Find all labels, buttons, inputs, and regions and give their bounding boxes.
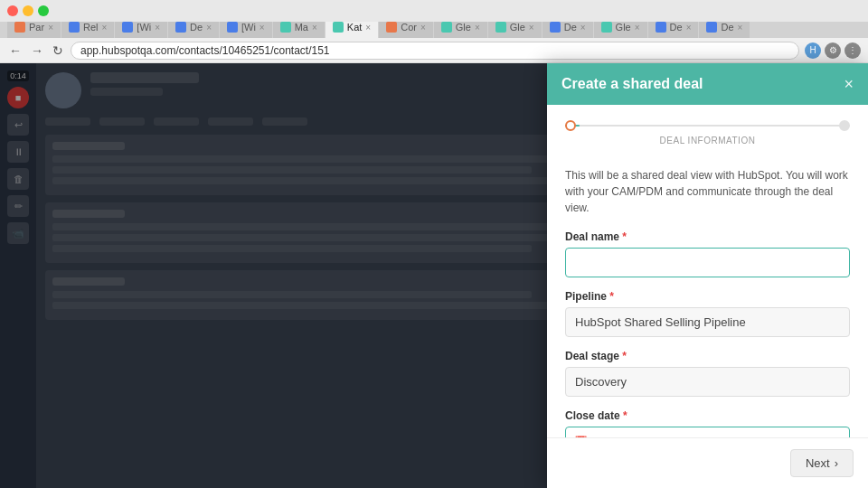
- progress-dots: [565, 120, 850, 131]
- title-bar: [0, 0, 868, 22]
- tab-favicon: [175, 22, 186, 33]
- tab-close-icon[interactable]: ×: [206, 23, 212, 33]
- tab-4[interactable]: [Wi ×: [220, 22, 272, 38]
- maximize-window-button[interactable]: [38, 5, 49, 16]
- tab-1[interactable]: Rel ×: [61, 22, 114, 38]
- main-content: 0:14 ■ ↩ ⏸ 🗑 ✏ 📹: [0, 63, 868, 488]
- deal-stage-input[interactable]: [565, 367, 850, 397]
- next-button[interactable]: Next ›: [790, 449, 854, 477]
- tab-favicon: [386, 22, 397, 33]
- tab-close-icon[interactable]: ×: [686, 23, 692, 33]
- tab-favicon: [441, 22, 452, 33]
- next-arrow-icon: ›: [835, 456, 838, 470]
- tabs-bar: Par × Rel × [Wi × De × [Wi × Ma ×: [0, 22, 868, 38]
- tab-close-icon[interactable]: ×: [155, 23, 160, 33]
- tab-2[interactable]: [Wi ×: [115, 22, 167, 38]
- tab-close-icon[interactable]: ×: [635, 23, 640, 33]
- close-window-button[interactable]: [7, 5, 18, 16]
- tab-close-icon[interactable]: ×: [738, 23, 743, 33]
- tab-9[interactable]: Gle ×: [488, 22, 542, 38]
- next-label: Next: [806, 456, 830, 470]
- tab-favicon: [706, 22, 717, 33]
- tab-close-icon[interactable]: ×: [580, 23, 586, 33]
- tab-favicon: [280, 22, 291, 33]
- modal-footer: Next ›: [547, 437, 868, 488]
- close-date-input[interactable]: [565, 427, 850, 437]
- modal-body: This will be a shared deal view with Hub…: [547, 153, 868, 437]
- browser-chrome: Par × Rel × [Wi × De × [Wi × Ma ×: [0, 0, 868, 63]
- reload-button[interactable]: ↻: [51, 42, 65, 60]
- close-date-label: Close date *: [565, 409, 850, 422]
- nav-icons: H ⚙ ⋮: [805, 42, 861, 59]
- minimize-window-button[interactable]: [23, 5, 33, 16]
- tab-favicon: [333, 22, 344, 33]
- required-marker: *: [619, 350, 627, 362]
- required-marker: *: [607, 290, 614, 303]
- tab-favicon: [227, 22, 238, 33]
- modal-close-button[interactable]: ×: [844, 76, 854, 92]
- tab-5[interactable]: Ma ×: [273, 22, 325, 38]
- tab-close-icon[interactable]: ×: [475, 23, 480, 33]
- pipeline-group: Pipeline *: [565, 290, 850, 337]
- pipeline-input[interactable]: [565, 307, 850, 337]
- tab-favicon: [69, 22, 80, 33]
- url-text: app.hubspotqa.com/contacts/10465251/cont…: [80, 44, 330, 57]
- progress-container: [565, 125, 850, 127]
- pipeline-label: Pipeline *: [565, 290, 850, 303]
- tab-favicon: [495, 22, 506, 33]
- progress-dot-2: [839, 120, 850, 131]
- calendar-icon: 📅: [574, 436, 588, 438]
- tab-close-icon[interactable]: ×: [101, 23, 107, 33]
- forward-button[interactable]: →: [29, 42, 45, 60]
- tab-favicon: [14, 22, 25, 33]
- required-marker: *: [619, 230, 627, 243]
- progress-line: [565, 125, 850, 127]
- tab-close-icon[interactable]: ×: [420, 23, 426, 33]
- url-bar[interactable]: app.hubspotqa.com/contacts/10465251/cont…: [71, 42, 799, 60]
- tab-3[interactable]: De ×: [168, 22, 219, 38]
- deal-name-input[interactable]: [565, 248, 850, 277]
- deal-name-group: Deal name *: [565, 230, 850, 277]
- progress-dot-1: [565, 120, 576, 131]
- extensions-icon: ⚙: [825, 42, 841, 59]
- tab-10[interactable]: De ×: [542, 22, 593, 38]
- modal-progress: DEAL INFORMATION: [547, 105, 868, 153]
- required-marker: *: [620, 409, 627, 422]
- profile-icon: H: [805, 42, 821, 59]
- deal-stage-group: Deal stage *: [565, 350, 850, 397]
- tab-close-icon[interactable]: ×: [312, 23, 317, 33]
- tab-favicon: [601, 22, 612, 33]
- tab-0[interactable]: Par ×: [7, 22, 61, 38]
- tab-favicon: [122, 22, 133, 33]
- create-shared-deal-modal: Create a shared deal × DEAL INFORMATION …: [547, 63, 868, 488]
- tab-11[interactable]: Gle ×: [594, 22, 647, 38]
- tab-close-icon[interactable]: ×: [48, 23, 53, 33]
- back-button[interactable]: ←: [7, 42, 24, 60]
- modal-header: Create a shared deal ×: [547, 63, 868, 105]
- deal-stage-label: Deal stage *: [565, 350, 850, 362]
- tab-13[interactable]: De ×: [699, 22, 750, 38]
- tab-6[interactable]: Kat ×: [326, 22, 378, 38]
- close-date-group: Close date * 📅: [565, 409, 850, 437]
- progress-label: DEAL INFORMATION: [565, 136, 850, 145]
- modal-title: Create a shared deal: [561, 76, 703, 92]
- tab-close-icon[interactable]: ×: [259, 23, 265, 33]
- tab-8[interactable]: Gle ×: [434, 22, 487, 38]
- modal-description: This will be a shared deal view with Hub…: [565, 167, 850, 216]
- nav-bar: ← → ↻ app.hubspotqa.com/contacts/1046525…: [0, 38, 868, 63]
- deal-name-label: Deal name *: [565, 230, 850, 243]
- tab-7[interactable]: Cor ×: [379, 22, 433, 38]
- more-icon: ⋮: [844, 42, 861, 59]
- tab-favicon: [550, 22, 561, 33]
- tab-close-icon[interactable]: ×: [529, 23, 534, 33]
- date-input-wrapper: 📅: [565, 427, 850, 437]
- tab-close-icon[interactable]: ×: [365, 23, 371, 33]
- tab-12[interactable]: De ×: [648, 22, 699, 38]
- tab-favicon: [656, 22, 666, 33]
- window-controls[interactable]: [7, 5, 49, 16]
